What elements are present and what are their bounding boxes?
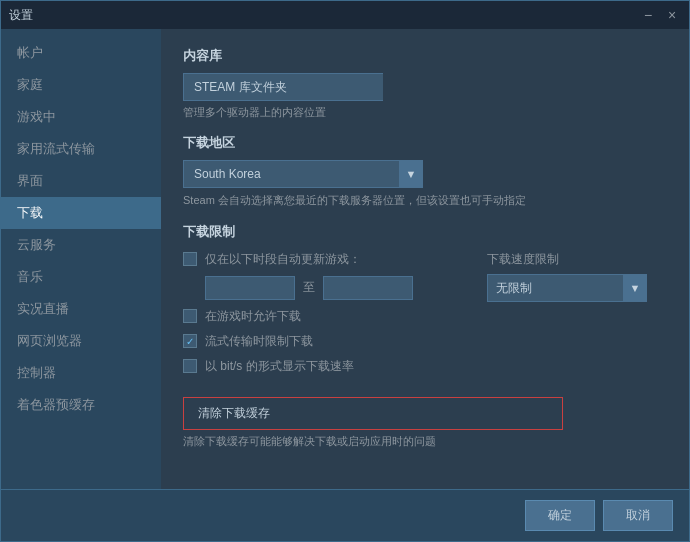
ok-button[interactable]: 确定 [525, 500, 595, 531]
sidebar-item-browser[interactable]: 网页浏览器 [1, 325, 161, 357]
main-panel: 内容库 管理多个驱动器上的内容位置 下载地区 South Korea ▼ Ste… [161, 29, 689, 489]
minimize-button[interactable]: − [639, 6, 657, 24]
folder-row [183, 73, 667, 101]
speed-dropdown[interactable]: 无限制 [487, 274, 623, 302]
auto-update-row: 仅在以下时段自动更新游戏： [183, 251, 457, 268]
download-region-section: 下载地区 South Korea ▼ Steam 会自动选择离您最近的下载服务器… [183, 134, 667, 209]
folder-input[interactable] [183, 73, 383, 101]
settings-window: 设置 − × 帐户 家庭 游戏中 家用流式传输 界面 下载 云服务 音乐 实况直… [0, 0, 690, 542]
region-dropdown-arrow[interactable]: ▼ [399, 160, 423, 188]
download-limit-title: 下载限制 [183, 223, 667, 241]
streaming-limit-row: 流式传输时限制下载 [183, 333, 457, 350]
region-dropdown-row: South Korea ▼ [183, 160, 423, 188]
streaming-limit-checkbox[interactable] [183, 334, 197, 348]
title-bar-controls: − × [639, 6, 681, 24]
folder-desc: 管理多个驱动器上的内容位置 [183, 105, 667, 120]
to-label: 至 [303, 279, 315, 296]
streaming-limit-label: 流式传输时限制下载 [205, 333, 313, 350]
auto-update-checkbox[interactable] [183, 252, 197, 266]
time-to-input[interactable] [323, 276, 413, 300]
speed-dropdown-container: 无限制 ▼ [487, 274, 667, 302]
clear-cache-button[interactable]: 清除下载缓存 [183, 397, 563, 430]
download-region-title: 下载地区 [183, 134, 667, 152]
bitrate-row: 以 bit/s 的形式显示下载速率 [183, 358, 457, 375]
sidebar-item-cloud[interactable]: 云服务 [1, 229, 161, 261]
sidebar-item-music[interactable]: 音乐 [1, 261, 161, 293]
ingame-download-label: 在游戏时允许下载 [205, 308, 301, 325]
sidebar-item-downloads[interactable]: 下载 [1, 197, 161, 229]
title-bar: 设置 − × [1, 1, 689, 29]
sidebar-item-streaming[interactable]: 家用流式传输 [1, 133, 161, 165]
col-right: 下载速度限制 无限制 ▼ [487, 251, 667, 302]
sidebar-item-ingame[interactable]: 游戏中 [1, 101, 161, 133]
time-row: 至 [205, 276, 457, 300]
sidebar: 帐户 家庭 游戏中 家用流式传输 界面 下载 云服务 音乐 实况直播 网页浏览器… [1, 29, 161, 489]
cancel-button[interactable]: 取消 [603, 500, 673, 531]
sidebar-item-interface[interactable]: 界面 [1, 165, 161, 197]
auto-update-label: 仅在以下时段自动更新游戏： [205, 251, 361, 268]
window-title: 设置 [9, 7, 33, 24]
region-info: Steam 会自动选择离您最近的下载服务器位置，但该设置也可手动指定 [183, 192, 667, 209]
cache-section: 清除下载缓存 清除下载缓存可能能够解决下载或启动应用时的问题 [183, 397, 667, 449]
sidebar-item-family[interactable]: 家庭 [1, 69, 161, 101]
time-from-input[interactable] [205, 276, 295, 300]
sidebar-item-controller[interactable]: 控制器 [1, 357, 161, 389]
footer: 确定 取消 [1, 489, 689, 541]
content-library-title: 内容库 [183, 47, 667, 65]
ingame-download-row: 在游戏时允许下载 [183, 308, 457, 325]
clear-cache-desc: 清除下载缓存可能能够解决下载或启动应用时的问题 [183, 434, 667, 449]
two-col-layout: 仅在以下时段自动更新游戏： 至 在游戏时允许下载 [183, 251, 667, 383]
bitrate-checkbox[interactable] [183, 359, 197, 373]
sidebar-item-account[interactable]: 帐户 [1, 37, 161, 69]
content-area: 帐户 家庭 游戏中 家用流式传输 界面 下载 云服务 音乐 实况直播 网页浏览器… [1, 29, 689, 489]
speed-dropdown-row: 无限制 ▼ [487, 274, 647, 302]
col-left: 仅在以下时段自动更新游戏： 至 在游戏时允许下载 [183, 251, 457, 383]
sidebar-item-broadcast[interactable]: 实况直播 [1, 293, 161, 325]
ingame-download-checkbox[interactable] [183, 309, 197, 323]
speed-limit-label: 下载速度限制 [487, 251, 667, 268]
content-library-section: 内容库 管理多个驱动器上的内容位置 [183, 47, 667, 120]
close-button[interactable]: × [663, 6, 681, 24]
bitrate-label: 以 bit/s 的形式显示下载速率 [205, 358, 354, 375]
region-dropdown[interactable]: South Korea [183, 160, 399, 188]
speed-dropdown-arrow[interactable]: ▼ [623, 274, 647, 302]
download-limit-section: 下载限制 仅在以下时段自动更新游戏： 至 [183, 223, 667, 383]
sidebar-item-shader[interactable]: 着色器预缓存 [1, 389, 161, 421]
